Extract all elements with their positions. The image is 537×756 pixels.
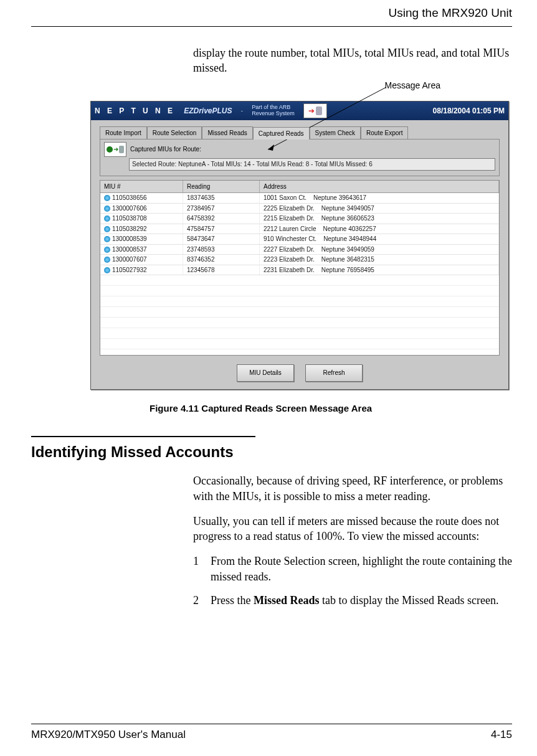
tab-missed-reads[interactable]: Missed Reads xyxy=(202,126,252,139)
data-grid[interactable]: MIU # Reading Address 110503865618374635… xyxy=(100,180,500,356)
callout-label: Message Area xyxy=(385,80,441,92)
grid-header: MIU # Reading Address xyxy=(100,181,499,194)
tab-route-import[interactable]: Route Import xyxy=(100,126,147,139)
capture-icon: ➜ xyxy=(104,142,126,157)
table-row[interactable]: 1300007607837463522223 Elizabeth Dr. Nep… xyxy=(100,255,499,265)
refresh-button[interactable]: Refresh xyxy=(305,364,363,382)
paragraph-2: Usually, you can tell if meters are miss… xyxy=(193,514,512,544)
product-name: EZDrivePLUS xyxy=(184,106,232,116)
tab-strip: Route Import Route Selection Missed Read… xyxy=(100,126,500,139)
datetime-display: 08/18/2004 01:05 PM xyxy=(433,106,505,116)
section-rule xyxy=(31,436,255,437)
header-title: Using the MRX920 Unit xyxy=(388,5,512,21)
paragraph-1: Occasionally, because of driving speed, … xyxy=(193,473,512,504)
section-heading: Identifying Missed Accounts xyxy=(31,442,512,462)
tab-route-export[interactable]: Route Export xyxy=(361,126,408,139)
page-header: Using the MRX920 Unit xyxy=(31,5,512,27)
tab-captured-reads[interactable]: Captured Reads xyxy=(253,127,310,140)
grid-body: 1105038656183746351001 Saxon Ct. Neptune… xyxy=(100,193,499,356)
col-address[interactable]: Address xyxy=(260,181,499,193)
brand-text: N E P T U N E xyxy=(95,106,175,116)
tab-system-check[interactable]: System Check xyxy=(310,126,361,139)
message-area: ➜ Captured MIUs for Route: Selected Rout… xyxy=(100,139,500,176)
step-2: 2 Press the Missed Reads tab to display … xyxy=(193,593,512,608)
tagline: Part of the ARB Revenue System xyxy=(252,105,295,116)
table-row[interactable]: 1105038708647583922215 Elizabeth Dr. Nep… xyxy=(100,214,499,224)
intro-paragraph: display the route number, total MIUs, to… xyxy=(193,45,512,76)
col-reading[interactable]: Reading xyxy=(183,181,260,193)
col-miu[interactable]: MIU # xyxy=(100,181,183,193)
message-label: Captured MIUs for Route: xyxy=(130,145,201,154)
page-footer: MRX920/MTX950 User's Manual 4-15 xyxy=(31,724,512,742)
body-text: Occasionally, because of driving speed, … xyxy=(193,473,512,544)
miu-details-button[interactable]: MIU Details xyxy=(237,364,294,382)
transfer-icon: ➔ xyxy=(303,103,327,118)
table-row[interactable]: 1300007606273849572225 Elizabeth Dr. Nep… xyxy=(100,204,499,214)
message-value: Selected Route: NeptuneA - Total MIUs: 1… xyxy=(129,158,495,171)
table-row[interactable]: 1105038292475847572212 Lauren Circle Nep… xyxy=(100,224,499,235)
callout: Message Area xyxy=(31,80,512,96)
table-row[interactable]: 130000853958473647910 Winchester Ct. Nep… xyxy=(100,234,499,245)
steps-list: 1 From the Route Selection screen, highl… xyxy=(193,554,512,608)
table-row[interactable]: 1105027932123456782231 Elizabeth Dr. Nep… xyxy=(100,265,499,276)
table-row[interactable]: 1300008537237485932227 Elizabeth Dr. Nep… xyxy=(100,245,499,255)
app-screenshot: N E P T U N E EZDrivePLUS - Part of the … xyxy=(90,101,509,390)
footer-right: 4-15 xyxy=(491,728,512,742)
table-row[interactable]: 1105038656183746351001 Saxon Ct. Neptune… xyxy=(100,193,499,204)
step-1: 1 From the Route Selection screen, highl… xyxy=(193,554,512,584)
client-area: Route Import Route Selection Missed Read… xyxy=(91,120,508,389)
figure-caption: Figure 4.11 Captured Reads Screen Messag… xyxy=(150,402,512,415)
title-bar: N E P T U N E EZDrivePLUS - Part of the … xyxy=(91,102,508,120)
button-bar: MIU Details Refresh xyxy=(100,364,500,382)
footer-left: MRX920/MTX950 User's Manual xyxy=(31,728,186,742)
tab-route-selection[interactable]: Route Selection xyxy=(147,126,202,139)
